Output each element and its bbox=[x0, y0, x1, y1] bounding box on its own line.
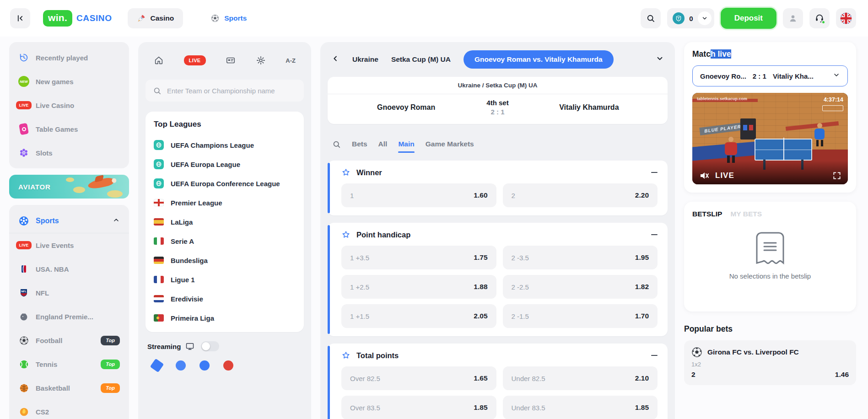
league-item-primeira-liga[interactable]: Primeira Liga bbox=[154, 308, 296, 328]
sidebar-item-tennis[interactable]: Tennis Top bbox=[9, 352, 129, 376]
odds-button[interactable]: 2 -2.51.82 bbox=[503, 275, 658, 299]
results-filter-button[interactable] bbox=[226, 55, 236, 65]
odds-button[interactable]: 2 -3.51.95 bbox=[503, 246, 658, 269]
tab-main[interactable]: Main bbox=[398, 140, 414, 148]
gear-icon bbox=[256, 55, 266, 65]
league-item-serie-a[interactable]: Serie A bbox=[154, 231, 296, 251]
match-scoreline: Gnoevoy Roman 4th set 2 : 1 Vitaliy Kham… bbox=[328, 94, 668, 124]
favorite-star-icon[interactable] bbox=[341, 230, 350, 239]
aviator-label: AVIATOR bbox=[18, 183, 51, 191]
odds-value: 1.70 bbox=[635, 312, 649, 320]
sport-dot-icon[interactable] bbox=[199, 360, 210, 371]
settings-button[interactable] bbox=[256, 55, 266, 65]
nav-tab-sports[interactable]: Sports bbox=[201, 8, 256, 28]
odds-value: 2.05 bbox=[474, 312, 487, 320]
profile-button[interactable] bbox=[783, 8, 803, 28]
popular-bet-card[interactable]: Girona FC vs. Liverpool FC 1x2 2 1.46 bbox=[684, 340, 856, 385]
balance-dropdown-button[interactable] bbox=[698, 11, 712, 25]
tab-betslip[interactable]: BETSLIP bbox=[692, 210, 722, 218]
sort-az-button[interactable]: A-Z bbox=[286, 57, 296, 64]
favorite-star-icon[interactable] bbox=[341, 168, 350, 177]
odds-button[interactable]: Under 83.51.85 bbox=[503, 396, 658, 419]
language-button[interactable] bbox=[836, 8, 856, 28]
back-button[interactable] bbox=[331, 54, 340, 64]
top-badge: Top bbox=[101, 336, 120, 345]
sport-dot-icon[interactable] bbox=[176, 360, 186, 371]
odds-value: 1.95 bbox=[635, 253, 649, 262]
balance-selector[interactable]: 0 bbox=[667, 8, 714, 28]
nav-tab-casino[interactable]: Casino bbox=[128, 8, 183, 28]
sport-dot-icon[interactable] bbox=[150, 359, 164, 373]
premier-league-lion-icon bbox=[18, 311, 29, 322]
expand-events-button[interactable] bbox=[656, 54, 664, 64]
sidebar-item-live-casino[interactable]: LIVE Live Casino bbox=[9, 93, 129, 117]
sidebar-item-label: Live Casino bbox=[36, 102, 74, 109]
odds-label: 2 bbox=[512, 192, 515, 199]
search-button[interactable] bbox=[641, 8, 661, 28]
league-item-laliga[interactable]: LaLiga bbox=[154, 212, 296, 231]
collapse-market-icon[interactable] bbox=[651, 355, 658, 356]
collapse-sidebar-button[interactable] bbox=[10, 8, 30, 28]
tab-my-bets[interactable]: MY BETS bbox=[730, 210, 762, 218]
mute-icon[interactable] bbox=[699, 170, 710, 181]
favorite-star-icon[interactable] bbox=[341, 351, 350, 360]
sidebar-item-recently-played[interactable]: Recently played bbox=[9, 46, 129, 70]
sidebar-item-nfl[interactable]: NFL NFL bbox=[9, 281, 129, 305]
top-leagues-title: Top Leagues bbox=[154, 120, 296, 129]
tab-bets[interactable]: Bets bbox=[352, 140, 367, 148]
team-search-input[interactable] bbox=[167, 87, 297, 95]
page-body: Recently played NEW New games LIVE Live … bbox=[0, 37, 868, 419]
live-filter-button[interactable]: LIVE bbox=[184, 55, 206, 65]
odds-label: 1 +2.5 bbox=[350, 283, 369, 291]
breadcrumb-tournament[interactable]: Setka Cup (M) UA bbox=[391, 55, 451, 64]
collapse-market-icon[interactable] bbox=[651, 172, 658, 173]
fullscreen-button[interactable] bbox=[832, 171, 841, 180]
tab-game-markets[interactable]: Game Markets bbox=[426, 140, 474, 148]
odds-button[interactable]: Over 83.51.85 bbox=[341, 396, 496, 419]
sidebar-item-basketball[interactable]: Basketball Top bbox=[9, 376, 129, 400]
sport-dot-icon[interactable] bbox=[223, 360, 233, 371]
league-item-uefa-conference[interactable]: UEFA Europa Conference League bbox=[154, 174, 296, 193]
live-match-dropdown[interactable]: Gnoevoy Ro... 2 : 1 Vitaliy Kha... bbox=[692, 65, 848, 86]
odds-button[interactable]: 1 +1.52.05 bbox=[341, 304, 496, 328]
deposit-button[interactable]: Deposit bbox=[721, 8, 776, 29]
streaming-toggle[interactable] bbox=[201, 341, 219, 351]
sidebar-item-england-premier[interactable]: England Premie... bbox=[9, 305, 129, 328]
odds-button[interactable]: 2 -1.51.70 bbox=[503, 304, 658, 328]
breadcrumb-match-active[interactable]: Gnoevoy Roman vs. Vitaliy Khamurda bbox=[464, 50, 614, 69]
breadcrumb-country[interactable]: Ukraine bbox=[352, 55, 378, 64]
odds-button[interactable]: 11.60 bbox=[341, 183, 496, 207]
odds-label: 2 -2.5 bbox=[512, 283, 529, 291]
odds-button[interactable]: 1 +2.51.88 bbox=[341, 275, 496, 299]
league-item-bundesliga[interactable]: Bundesliga bbox=[154, 251, 296, 270]
league-item-ligue-1[interactable]: Ligue 1 bbox=[154, 270, 296, 289]
collapse-market-icon[interactable] bbox=[651, 234, 658, 236]
sidebar-section-sports[interactable]: Sports bbox=[9, 209, 129, 233]
home-filter-button[interactable] bbox=[154, 55, 164, 65]
sidebar-item-cs2[interactable]: CS2 bbox=[9, 400, 129, 419]
sidebar-item-football[interactable]: Football Top bbox=[9, 328, 129, 352]
odds-button[interactable]: 1 +3.51.75 bbox=[341, 246, 496, 269]
sidebar-item-usa-nba[interactable]: USA. NBA bbox=[9, 257, 129, 281]
brand-logo[interactable]: win. CASINO bbox=[43, 10, 112, 27]
league-item-premier-league[interactable]: Premier League bbox=[154, 193, 296, 212]
league-item-uefa-europa[interactable]: UEFA Europa League bbox=[154, 155, 296, 174]
live-stream-player[interactable]: BLUE PLAYER tabletennis.setkacup.com 4:3… bbox=[692, 93, 848, 184]
chevron-down-icon bbox=[701, 15, 708, 21]
support-button[interactable] bbox=[809, 8, 830, 28]
odds-button[interactable]: 22.20 bbox=[503, 183, 658, 207]
odds-button[interactable]: Over 82.51.65 bbox=[341, 366, 496, 390]
player-red-figure bbox=[725, 137, 737, 163]
tab-all[interactable]: All bbox=[378, 140, 388, 148]
sports-section-title: Sports bbox=[36, 217, 59, 225]
odds-button[interactable]: Under 82.52.10 bbox=[503, 366, 658, 390]
sidebar-item-live-events[interactable]: LIVE Live Events bbox=[9, 233, 129, 257]
search-markets-icon[interactable] bbox=[332, 140, 341, 149]
top-badge: Top bbox=[101, 360, 120, 369]
league-item-uefa-champions[interactable]: UEFA Champions League bbox=[154, 135, 296, 155]
sidebar-item-slots[interactable]: Slots bbox=[9, 141, 129, 165]
sidebar-item-table-games[interactable]: Table Games bbox=[9, 117, 129, 141]
sidebar-item-new-games[interactable]: NEW New games bbox=[9, 70, 129, 93]
aviator-banner[interactable]: AVIATOR bbox=[9, 175, 129, 199]
league-item-eredivisie[interactable]: Eredivisie bbox=[154, 289, 296, 308]
